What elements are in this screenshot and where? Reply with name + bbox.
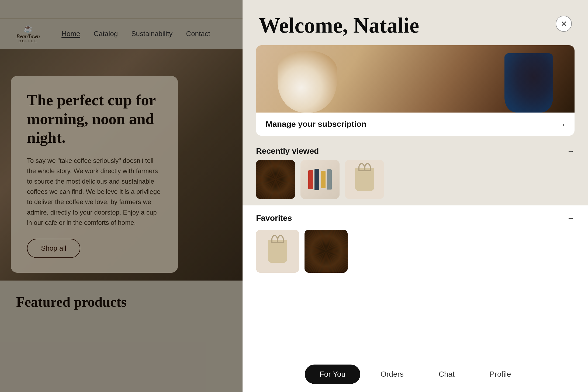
cup-left-decoration: [278, 51, 337, 113]
favorites-header: Favorites →: [243, 205, 588, 227]
bottle-gold: [321, 171, 326, 188]
favorites-items: [243, 227, 588, 281]
panel-welcome-title: Welcome, Natalie: [259, 13, 419, 37]
favorites-arrow-icon[interactable]: →: [567, 214, 575, 222]
panel-header: Welcome, Natalie ✕: [243, 0, 588, 45]
close-button[interactable]: ✕: [556, 16, 572, 32]
recently-viewed-arrow-icon[interactable]: →: [567, 147, 575, 155]
favorites-item-2[interactable]: [305, 230, 348, 273]
subscription-info: Manage your subscription ›: [256, 113, 575, 136]
side-panel: Welcome, Natalie ✕ Manage your subscript…: [243, 0, 588, 392]
tote-shape: [355, 168, 374, 191]
favorites-title: Favorites: [256, 214, 292, 223]
recently-viewed-item-2[interactable]: [300, 160, 340, 199]
bottle-dark: [314, 169, 319, 190]
subscription-chevron-icon: ›: [562, 120, 565, 129]
tab-profile[interactable]: Profile: [475, 365, 526, 384]
tab-for-you[interactable]: For You: [305, 365, 361, 384]
supplies-thumbnail: [300, 160, 340, 199]
favorites-item-1[interactable]: [256, 230, 299, 273]
recently-viewed-items: [243, 160, 588, 205]
tote-thumbnail: [345, 160, 384, 199]
recently-viewed-item-1[interactable]: [256, 160, 295, 199]
fav-tote-thumb: [256, 230, 299, 273]
subscription-card[interactable]: Manage your subscription ›: [256, 45, 575, 136]
fav-beans-thumb: [305, 230, 348, 273]
fav-tote-shape: [268, 240, 287, 263]
bottle-red: [308, 170, 313, 189]
bottle-gray: [327, 169, 332, 190]
tab-chat[interactable]: Chat: [424, 365, 469, 384]
subscription-image: [256, 45, 575, 113]
recently-viewed-header: Recently viewed →: [243, 144, 588, 160]
cup-right-decoration: [504, 53, 553, 113]
tab-bar: For You Orders Chat Profile: [243, 357, 588, 392]
subscription-label: Manage your subscription: [266, 120, 366, 129]
beans-thumbnail: [256, 160, 295, 199]
tab-orders[interactable]: Orders: [366, 365, 418, 384]
favorites-section: Favorites →: [243, 205, 588, 357]
recently-viewed-title: Recently viewed: [256, 146, 319, 156]
recently-viewed-item-3[interactable]: [345, 160, 384, 199]
